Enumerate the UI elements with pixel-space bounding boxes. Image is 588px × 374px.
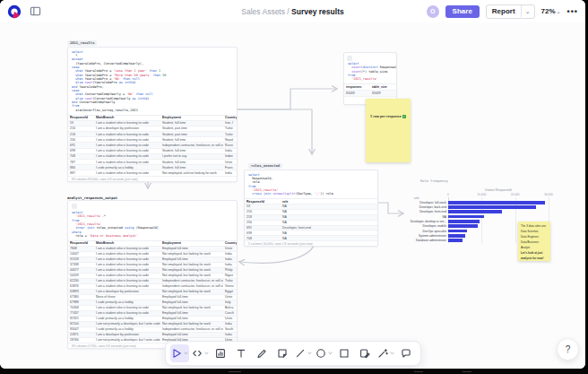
table-cell: I am a student who is learning to code: [94, 138, 160, 142]
sticky-note-tool[interactable]: [273, 344, 292, 362]
sql-cell-2021-results[interactable]: select *except (YearsCodePro, ConvertedC…: [67, 47, 238, 182]
table-cell: 63893: [68, 290, 94, 293]
table-cell: None of these: [94, 295, 160, 299]
app-window: Sales Assets / Survey results O Share Re…: [0, 0, 585, 369]
table-cell: Student, full-time: [160, 161, 223, 164]
sticky-note-row-per-response[interactable]: 1 row per response ✓: [366, 99, 411, 162]
chart-x-axis-title: Distinct ResponseId: [448, 188, 549, 192]
table-cell: Student, part-time: [160, 126, 223, 130]
results-table[interactable]: ResponseIdMainBranchEmploymentCountry784…: [68, 240, 237, 344]
table-cell: 698: [68, 149, 94, 152]
bar[interactable]: [448, 230, 467, 233]
code-line: cross join unnest(split(DevType, ';')) r…: [248, 192, 376, 196]
table-cell: Not employed, but looking for work: [160, 290, 223, 293]
table-cell: Italy: [223, 300, 237, 304]
table-cell: 7848: [68, 247, 94, 250]
select-tool[interactable]: [170, 344, 189, 362]
sticker-tool[interactable]: [356, 344, 375, 362]
table-cell: India: [223, 333, 237, 336]
table-cell: I am a student who is learning to code: [94, 284, 160, 288]
zoom-level-control[interactable]: 72% ⌄: [541, 7, 561, 15]
breadcrumb-parent[interactable]: Sales Assets: [241, 7, 285, 16]
sql-cell-analyst-output[interactable]: select '2021_results'.*from '2021_result…: [67, 200, 238, 349]
connector-roles-to-chart: [376, 203, 402, 213]
bar-category-label: Developer, desktop or ent...: [408, 220, 448, 223]
table-cell: I am a student who is learning to code: [94, 133, 160, 136]
visual-cell-tool-icon: [214, 347, 227, 360]
table-cell: Unite: [223, 161, 237, 164]
sql-cell-roles-unnested[interactable]: select ResponseId, rolefrom '2021_result…: [244, 170, 378, 247]
count-logo-icon[interactable]: [7, 4, 22, 19]
bar[interactable]: [448, 234, 465, 238]
results-table[interactable]: responsestable_size8343983439: [344, 83, 396, 97]
results-table[interactable]: ResponseIdMainBranchEmploymentCountry53I…: [68, 115, 237, 177]
pencil-tool[interactable]: [253, 344, 272, 362]
table-cell: NA: [281, 221, 377, 224]
table-cell: India: [223, 263, 237, 266]
avatar[interactable]: O: [427, 5, 439, 18]
text-tool[interactable]: [232, 344, 251, 362]
bar[interactable]: [448, 210, 502, 213]
x-axis-tick-label: 30,000: [544, 193, 553, 196]
table-cell: I am a student who is learning to code: [94, 306, 160, 309]
table-cell: Employed full-time: [160, 247, 223, 250]
bar[interactable]: [448, 224, 478, 228]
table-cell: India: [223, 322, 237, 326]
sql-editor[interactable]: select *except (YearsCodePro, ConvertedC…: [68, 48, 237, 115]
table-cell: Unite: [223, 247, 237, 250]
share-button[interactable]: Share: [445, 5, 480, 18]
bar-category-label: Database administrator: [408, 239, 448, 242]
table-cell: table_size: [370, 85, 396, 89]
cell-chip-2021-results[interactable]: 2021_results: [67, 40, 97, 46]
table-cell: NA: [281, 237, 377, 240]
table-cell: Czech: [223, 311, 237, 315]
table-cell: MainBranch: [94, 241, 160, 245]
table-cell: ResponseId: [68, 241, 94, 245]
line-tool[interactable]: [294, 344, 313, 362]
caret-down-icon: [328, 352, 333, 355]
table-cell: I code primarily as a hobby: [94, 317, 160, 320]
visual-cell-tool[interactable]: [212, 344, 230, 362]
table-cell: Employed full-time: [160, 317, 223, 320]
sql-cell-row-check[interactable]: select count(distinct ResponseId) respon…: [343, 52, 397, 105]
bar[interactable]: [448, 220, 480, 223]
report-button[interactable]: Report ⌄: [486, 4, 535, 19]
help-button[interactable]: ?: [557, 338, 579, 361]
sticky-note-data-roles[interactable]: The 3 data roles are: Data Scientist, Da…: [518, 222, 550, 261]
table-cell: Egypt: [223, 290, 237, 293]
table-cell: I am a student who is learning to code: [94, 247, 160, 250]
connector-results-to-roles: [236, 109, 312, 153]
table-cell: 53: [68, 121, 94, 125]
caret-down-icon: [307, 352, 312, 355]
results-table[interactable]: ResponseIdrole53NA216NA218NA256NA691Deve…: [245, 198, 377, 241]
frame-tool[interactable]: [335, 344, 354, 362]
table-cell: I am a student who is learning to code: [94, 121, 160, 125]
cell-chip-roles-unnested[interactable]: roles_unnested: [248, 163, 282, 169]
code-line: '2021_results': [348, 77, 394, 81]
cell-handle-icon[interactable]: [347, 56, 352, 61]
chevron-down-icon[interactable]: ⌄: [521, 5, 534, 17]
more-menu-icon[interactable]: •••: [567, 7, 578, 16]
table-cell: Student, part-time: [160, 133, 223, 136]
bar[interactable]: [448, 239, 463, 242]
comment-tool[interactable]: [397, 344, 416, 362]
sql-editor[interactable]: select '2021_results'.*from '2021_result…: [68, 201, 237, 240]
table-cell: I am a student who is learning to code: [94, 268, 160, 272]
bar[interactable]: [448, 201, 545, 204]
code-cell-tool[interactable]: [191, 344, 210, 362]
bar[interactable]: [448, 215, 484, 219]
table-cell: 62230: [68, 279, 94, 283]
table-cell: Iran, I: [223, 121, 237, 125]
sticker-tool-icon: [359, 347, 371, 360]
bar[interactable]: [448, 205, 536, 209]
table-cell: Not employed, and not looking for work: [160, 171, 223, 175]
shape-tool[interactable]: [315, 344, 333, 362]
cell-handle-icon[interactable]: [72, 204, 77, 209]
ai-wand-tool[interactable]: [376, 344, 395, 362]
canvas[interactable]: 2021_results select *except (YearsCodePr…: [0, 22, 585, 369]
sql-editor[interactable]: select ResponseId, rolefrom '2021_result…: [245, 170, 377, 198]
table-cell: 77437: [68, 311, 94, 315]
table-cell: 218: [245, 215, 281, 219]
sidebar-toggle-icon[interactable]: [30, 5, 42, 18]
text-tool-icon: [235, 347, 247, 360]
